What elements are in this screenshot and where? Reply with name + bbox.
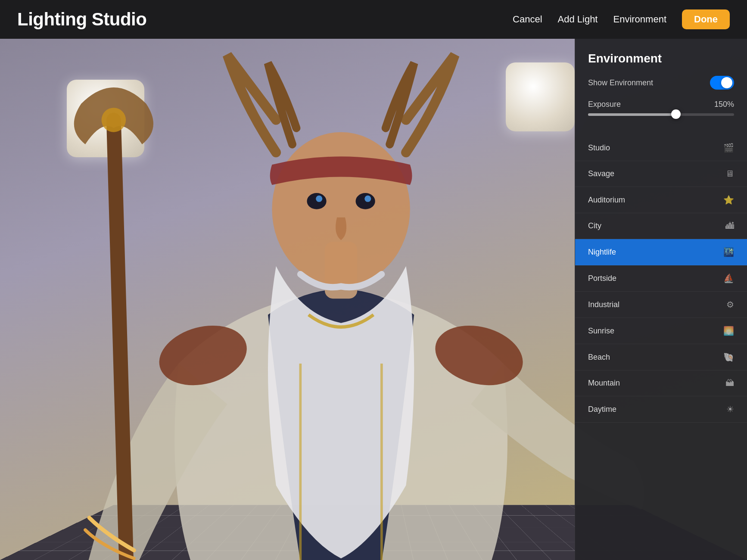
env-item-name-sunrise: Sunrise bbox=[588, 327, 614, 336]
env-item-icon-savage: 🖥 bbox=[725, 169, 734, 179]
environment-button[interactable]: Environment bbox=[613, 14, 666, 25]
show-environment-label: Show Environment bbox=[588, 78, 653, 87]
env-item-name-beach: Beach bbox=[588, 353, 610, 362]
env-item-icon-studio: 🎬 bbox=[723, 143, 734, 153]
env-item-portside[interactable]: Portside⛵ bbox=[575, 265, 747, 292]
svg-point-4 bbox=[307, 193, 326, 209]
top-bar: Lighting Studio Cancel Add Light Environ… bbox=[0, 0, 747, 39]
svg-point-5 bbox=[356, 193, 375, 209]
env-item-beach[interactable]: Beach🐚 bbox=[575, 344, 747, 370]
top-bar-actions: Cancel Add Light Environment Done bbox=[513, 9, 730, 29]
env-panel-title: Environment bbox=[588, 52, 734, 65]
svg-point-6 bbox=[316, 196, 322, 202]
show-environment-toggle[interactable] bbox=[710, 76, 734, 90]
env-item-name-industrial: Industrial bbox=[588, 300, 619, 309]
environment-panel: Environment Show Environment Exposure 15… bbox=[575, 39, 747, 560]
env-item-icon-mountain: 🏔 bbox=[725, 378, 734, 388]
env-item-icon-auditorium: ⭐ bbox=[723, 195, 734, 205]
env-panel-header: Environment Show Environment Exposure 15… bbox=[575, 39, 747, 135]
exposure-row: Exposure 150% bbox=[588, 100, 734, 109]
env-item-studio[interactable]: Studio🎬 bbox=[575, 135, 747, 161]
exposure-slider-fill bbox=[588, 113, 673, 116]
env-item-nightlife[interactable]: Nightlife🌃 bbox=[575, 239, 747, 265]
svg-point-3 bbox=[272, 132, 410, 286]
env-item-name-portside: Portside bbox=[588, 274, 616, 283]
env-item-name-city: City bbox=[588, 221, 601, 230]
env-item-city[interactable]: City🏙 bbox=[575, 213, 747, 239]
env-item-name-daytime: Daytime bbox=[588, 405, 616, 414]
environment-list: Studio🎬Savage🖥Auditorium⭐City🏙Nightlife🌃… bbox=[575, 135, 747, 560]
show-environment-row: Show Environment bbox=[588, 76, 734, 90]
env-item-icon-nightlife: 🌃 bbox=[723, 247, 734, 257]
env-item-icon-city: 🏙 bbox=[725, 221, 734, 231]
env-item-icon-portside: ⛵ bbox=[723, 273, 734, 283]
app-title: Lighting Studio bbox=[17, 9, 146, 30]
env-item-daytime[interactable]: Daytime☀ bbox=[575, 396, 747, 423]
env-item-name-studio: Studio bbox=[588, 143, 610, 152]
exposure-slider-thumb[interactable] bbox=[671, 109, 681, 119]
env-item-name-mountain: Mountain bbox=[588, 379, 620, 388]
env-item-icon-sunrise: 🌅 bbox=[723, 326, 734, 336]
svg-point-9 bbox=[102, 108, 126, 132]
env-item-sunrise[interactable]: Sunrise🌅 bbox=[575, 318, 747, 344]
exposure-value: 150% bbox=[714, 100, 734, 109]
exposure-slider-track[interactable] bbox=[588, 113, 734, 116]
add-light-button[interactable]: Add Light bbox=[558, 14, 598, 25]
exposure-label: Exposure bbox=[588, 100, 621, 109]
env-item-mountain[interactable]: Mountain🏔 bbox=[575, 370, 747, 396]
env-item-savage[interactable]: Savage🖥 bbox=[575, 161, 747, 187]
env-item-icon-beach: 🐚 bbox=[723, 352, 734, 362]
env-item-name-auditorium: Auditorium bbox=[588, 196, 625, 205]
env-item-industrial[interactable]: Industrial⚙ bbox=[575, 292, 747, 318]
env-item-icon-industrial: ⚙ bbox=[726, 299, 734, 310]
env-item-name-savage: Savage bbox=[588, 169, 614, 178]
cancel-button[interactable]: Cancel bbox=[513, 14, 542, 25]
toggle-knob bbox=[721, 77, 732, 88]
env-item-icon-daytime: ☀ bbox=[726, 404, 734, 414]
env-item-auditorium[interactable]: Auditorium⭐ bbox=[575, 187, 747, 213]
done-button[interactable]: Done bbox=[682, 9, 730, 29]
env-item-name-nightlife: Nightlife bbox=[588, 248, 616, 257]
svg-point-7 bbox=[364, 196, 371, 202]
